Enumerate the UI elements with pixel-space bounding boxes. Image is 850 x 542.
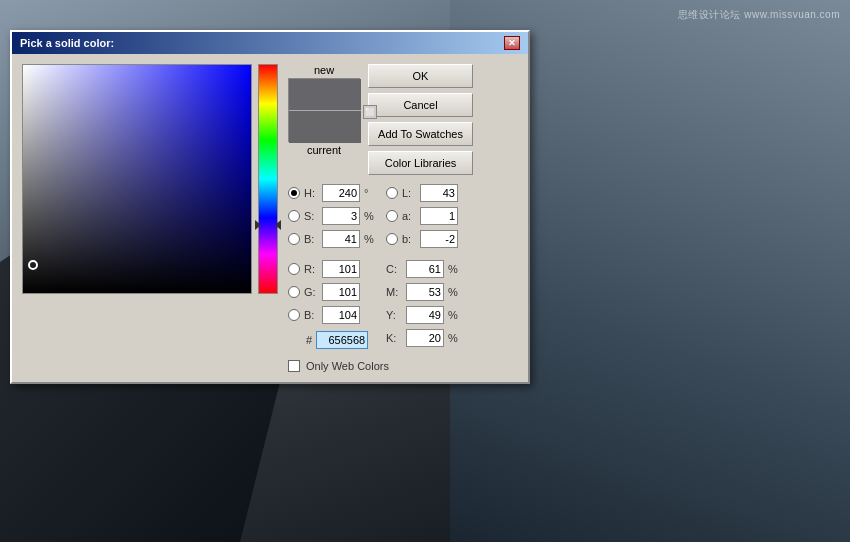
brightness-radio[interactable] <box>288 233 300 245</box>
magenta-label: M: <box>386 286 402 298</box>
cyan-field-row: C: % <box>386 259 458 279</box>
buttons-column: OK Cancel Add To Swatches Color Librarie… <box>368 64 473 175</box>
lab-a-radio[interactable] <box>386 210 398 222</box>
hue-indicator-right <box>275 220 281 230</box>
dialog-title: Pick a solid color: <box>20 37 114 49</box>
red-label: R: <box>304 263 318 275</box>
lab-b-field-row: b: <box>386 229 458 249</box>
hex-field-row: # <box>288 330 374 350</box>
brightness-field-row: B: % <box>288 229 374 249</box>
hue-label: H: <box>304 187 318 199</box>
saturation-unit: % <box>364 210 374 222</box>
fields-area: H: ° S: % B: <box>288 183 518 350</box>
lab-a-label: a: <box>402 210 416 222</box>
cyan-label: C: <box>386 263 402 275</box>
red-input[interactable] <box>322 260 360 278</box>
lightness-radio[interactable] <box>386 187 398 199</box>
lab-cmyk-fields: L: a: b: <box>386 183 458 350</box>
magenta-field-row: M: % <box>386 282 458 302</box>
lightness-label: L: <box>402 187 416 199</box>
web-colors-row: Only Web Colors <box>288 360 518 372</box>
lab-a-field-row: a: <box>386 206 458 226</box>
lightness-input[interactable] <box>420 184 458 202</box>
blue-input[interactable] <box>322 306 360 324</box>
close-button[interactable]: ✕ <box>504 36 520 50</box>
lightness-field-row: L: <box>386 183 458 203</box>
saturation-radio[interactable] <box>288 210 300 222</box>
saturation-label: S: <box>304 210 318 222</box>
color-gradient[interactable] <box>22 64 252 294</box>
yellow-label: Y: <box>386 309 402 321</box>
color-libraries-button[interactable]: Color Libraries <box>368 151 473 175</box>
black-field-row: K: % <box>386 328 458 348</box>
brightness-label: B: <box>304 233 318 245</box>
hue-radio[interactable] <box>288 187 300 199</box>
hue-indicator-left <box>255 220 261 230</box>
black-label: K: <box>386 332 402 344</box>
new-label: new <box>314 64 334 76</box>
yellow-unit: % <box>448 309 458 321</box>
green-input[interactable] <box>322 283 360 301</box>
current-color-preview <box>289 111 361 143</box>
eyedropper-icon[interactable]: ⬜ <box>363 105 377 119</box>
only-web-colors-checkbox[interactable] <box>288 360 300 372</box>
brightness-unit: % <box>364 233 374 245</box>
color-picker-left <box>22 64 278 372</box>
green-radio[interactable] <box>288 286 300 298</box>
green-field-row: G: <box>288 282 374 302</box>
preview-buttons-row: new ⬜ current OK Cancel Add To Swatches … <box>288 64 518 175</box>
ok-button[interactable]: OK <box>368 64 473 88</box>
yellow-field-row: Y: % <box>386 305 458 325</box>
lab-a-input[interactable] <box>420 207 458 225</box>
preview-area: new ⬜ current <box>288 64 360 156</box>
blue-label: B: <box>304 309 318 321</box>
magenta-unit: % <box>448 286 458 298</box>
hex-input[interactable] <box>316 331 368 349</box>
new-color-preview <box>289 79 361 111</box>
red-radio[interactable] <box>288 263 300 275</box>
picker-circle <box>28 260 38 270</box>
black-input[interactable] <box>406 329 444 347</box>
blue-field-row: B: <box>288 305 374 325</box>
yellow-input[interactable] <box>406 306 444 324</box>
cancel-button[interactable]: Cancel <box>368 93 473 117</box>
spacer <box>288 252 374 256</box>
saturation-field-row: S: % <box>288 206 374 226</box>
watermark: 思维设计论坛 www.missvuan.com <box>678 8 840 22</box>
lab-b-label: b: <box>402 233 416 245</box>
blue-radio[interactable] <box>288 309 300 321</box>
saturation-input[interactable] <box>322 207 360 225</box>
cyan-input[interactable] <box>406 260 444 278</box>
magenta-input[interactable] <box>406 283 444 301</box>
gradient-dark <box>23 65 251 293</box>
hash-label: # <box>306 334 312 346</box>
add-to-swatches-button[interactable]: Add To Swatches <box>368 122 473 146</box>
color-picker-dialog: Pick a solid color: ✕ new <box>10 30 530 384</box>
dialog-titlebar: Pick a solid color: ✕ <box>12 32 528 54</box>
cyan-unit: % <box>448 263 458 275</box>
hue-unit: ° <box>364 187 374 199</box>
dialog-content: new ⬜ current OK Cancel Add To Swatches … <box>12 54 528 382</box>
current-label: current <box>307 144 341 156</box>
brightness-input[interactable] <box>322 230 360 248</box>
picker-right: new ⬜ current OK Cancel Add To Swatches … <box>288 64 518 372</box>
black-unit: % <box>448 332 458 344</box>
lab-b-input[interactable] <box>420 230 458 248</box>
only-web-colors-label: Only Web Colors <box>306 360 389 372</box>
hsb-rgb-fields: H: ° S: % B: <box>288 183 374 350</box>
color-preview-box: ⬜ <box>288 78 360 142</box>
green-label: G: <box>304 286 318 298</box>
hue-input[interactable] <box>322 184 360 202</box>
red-field-row: R: <box>288 259 374 279</box>
hue-field-row: H: ° <box>288 183 374 203</box>
spacer2 <box>386 252 458 256</box>
hue-slider[interactable] <box>258 64 278 294</box>
lab-b-radio[interactable] <box>386 233 398 245</box>
